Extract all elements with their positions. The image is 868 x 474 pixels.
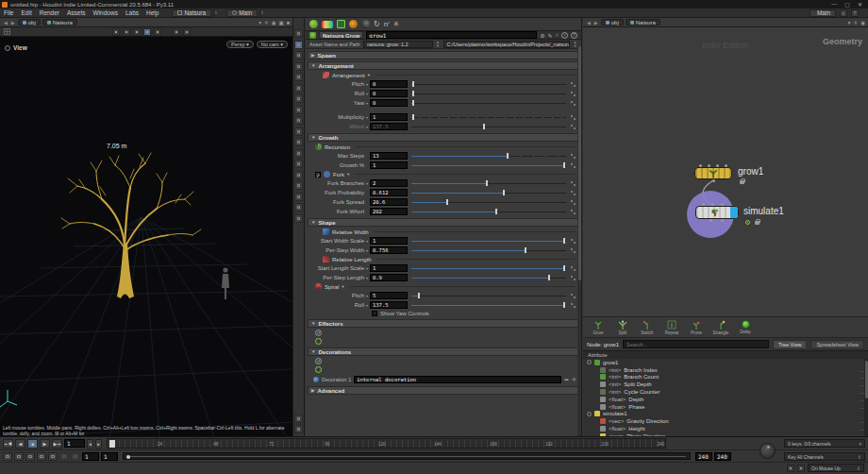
persp-view-selector[interactable]: Persp ▾ xyxy=(226,41,254,48)
fork-menu-icon[interactable]: ▾ xyxy=(347,172,349,177)
channel-dots-icon[interactable] xyxy=(570,199,576,206)
range-end-field-2[interactable] xyxy=(714,452,731,461)
menu-windows[interactable]: Windows xyxy=(90,9,122,16)
help-icon[interactable]: ? xyxy=(571,32,577,39)
settings-gear-icon[interactable]: ✳ xyxy=(393,20,400,28)
handles-tool-icon[interactable] xyxy=(294,94,303,103)
attr-branch-index[interactable]: <int>Branch Index ... xyxy=(583,366,868,374)
whorl-slider[interactable] xyxy=(411,123,566,130)
input-port[interactable] xyxy=(702,203,705,206)
channel-dots-icon[interactable] xyxy=(570,247,576,254)
show-yaw-checkbox[interactable] xyxy=(372,311,377,316)
frame-inc-icon[interactable]: ▸ xyxy=(95,439,102,449)
simulate1-label[interactable]: simulate1 xyxy=(743,206,784,216)
input-port[interactable] xyxy=(699,164,702,167)
multiplicity-slider[interactable] xyxy=(411,113,566,121)
key-all-channels-button[interactable]: Key All Channels⇕ xyxy=(784,452,865,461)
select-geometry-icon[interactable] xyxy=(123,28,130,36)
back-icon[interactable]: ◀ xyxy=(3,20,8,25)
edit-icon[interactable]: ✎ xyxy=(548,32,553,39)
maximize-button[interactable]: ▢ xyxy=(844,1,850,8)
snap-grid-icon[interactable] xyxy=(294,106,303,114)
attr-branch-count[interactable]: <int>Branch Count ... xyxy=(583,374,868,381)
attr-height[interactable]: <float>Height ... xyxy=(583,425,868,432)
fork-whorl-slider[interactable] xyxy=(411,208,566,215)
channel-dots-icon[interactable] xyxy=(570,162,576,169)
audio-mute-icon[interactable] xyxy=(787,465,794,472)
jump-to-start-icon[interactable]: ⯬◀ xyxy=(3,439,13,449)
secure-selection-icon[interactable] xyxy=(143,28,151,36)
channel-dots-icon[interactable] xyxy=(570,302,576,309)
section-shape[interactable]: ▼Shape xyxy=(308,218,579,227)
spiral-pitch-field[interactable] xyxy=(370,292,408,299)
update-mode-icon[interactable] xyxy=(797,465,805,472)
section-effectors[interactable]: ▼Effectors xyxy=(308,319,579,328)
tool-prune[interactable]: Prune xyxy=(687,320,706,335)
section-decorations[interactable]: ▼Decorations xyxy=(308,347,579,356)
effectors-clear-icon[interactable]: ↺ xyxy=(315,330,322,336)
attr-cycle-counter[interactable]: <int>Cycle Counter ... xyxy=(583,388,868,396)
menu-render[interactable]: Render xyxy=(36,9,63,16)
decoration-chooser-icon[interactable]: ✛ xyxy=(572,376,576,382)
tree-group-grow1[interactable]: grow1 xyxy=(583,359,868,366)
menu-labs[interactable]: Labs xyxy=(122,9,142,16)
asset-name-select[interactable]: natsura::grow::1.2 xyxy=(363,41,433,48)
max-steps-slider[interactable] xyxy=(411,152,566,160)
attr-gravity-direction[interactable]: <vec>Gravity Direction ... xyxy=(583,417,868,425)
simulation-toggle-icon[interactable] xyxy=(25,452,35,461)
playback-range-slider[interactable] xyxy=(123,452,691,460)
channel-dots-icon[interactable] xyxy=(570,238,576,245)
close-button[interactable]: ✕ xyxy=(858,1,862,8)
attr-phase[interactable]: <float>Phase ... xyxy=(583,403,868,411)
input-port[interactable] xyxy=(725,164,727,167)
help-context-icon[interactable]: ? xyxy=(851,9,859,17)
pitch-field[interactable] xyxy=(370,80,408,88)
breadcrumb-context[interactable]: obj xyxy=(601,19,624,25)
view-tool-icon[interactable] xyxy=(294,29,303,38)
select-dynamics-icon[interactable] xyxy=(133,28,141,36)
channel-dots-icon[interactable] xyxy=(570,180,576,187)
menu-assets[interactable]: Assets xyxy=(63,9,90,16)
info-icon[interactable]: i xyxy=(561,32,568,39)
channel-dots-icon[interactable] xyxy=(570,293,576,299)
start-length-scale-field[interactable] xyxy=(370,264,408,272)
pin-pane-icon[interactable]: ✛ xyxy=(854,20,859,25)
lights-icon[interactable] xyxy=(294,203,303,212)
loop-mode-icon[interactable] xyxy=(48,452,58,461)
snap-prim-icon[interactable] xyxy=(294,116,303,125)
shelf-spinner-2[interactable]: ⇕ xyxy=(259,9,263,17)
bypass-flag-icon[interactable] xyxy=(745,220,750,225)
construction-plane-icon[interactable] xyxy=(294,138,303,146)
rotate-tool-icon[interactable] xyxy=(294,62,303,71)
spreadsheet-view-button[interactable]: Spreadsheet View xyxy=(810,340,864,349)
channel-dots-icon[interactable] xyxy=(570,209,576,215)
fork-checkbox[interactable]: ✓ xyxy=(315,172,321,178)
drag-handle[interactable]: ⋮ xyxy=(315,73,320,77)
section-advanced[interactable]: ▶Advanced xyxy=(308,386,579,395)
yaw-field[interactable] xyxy=(370,99,408,107)
update-mode-dropdown[interactable]: On Mouse Up⇕ xyxy=(808,464,864,472)
asset-name-spinner-icon[interactable]: ▲▼ xyxy=(436,41,441,47)
ghost-option-icon[interactable] xyxy=(71,452,80,461)
menu-edit[interactable]: Edit xyxy=(17,9,35,16)
tree-view-button[interactable]: Tree View xyxy=(773,340,807,349)
attribute-scrollbar[interactable] xyxy=(864,359,868,440)
desktop-selector[interactable]: Main xyxy=(810,9,836,17)
attr-depth[interactable]: <float>Depth ... xyxy=(583,396,868,403)
scrub-dial[interactable] xyxy=(760,443,776,459)
recook-icon[interactable]: ↻ xyxy=(374,20,380,28)
shaded-icon[interactable] xyxy=(294,193,303,201)
toolbox-grid-icon[interactable] xyxy=(4,28,10,35)
current-frame-field[interactable] xyxy=(64,439,85,448)
pitch-slider[interactable] xyxy=(411,80,566,88)
network-canvas[interactable]: Indie Edition Geometry grow1 xyxy=(583,27,868,316)
section-spawn[interactable]: ▶Spawn xyxy=(308,51,579,59)
camera-selector[interactable]: No cam ▾ xyxy=(257,41,288,48)
keys-channels-dropdown[interactable]: 0 keys, 0/0 channels▾ xyxy=(784,439,865,448)
decorations-add-icon[interactable] xyxy=(315,366,322,373)
fork-probability-field[interactable] xyxy=(370,189,408,196)
channel-dots-icon[interactable] xyxy=(570,153,576,160)
node-name-field[interactable] xyxy=(366,31,537,39)
realtime-toggle-icon[interactable] xyxy=(14,452,24,461)
play-icon[interactable]: ▶ xyxy=(40,439,50,449)
